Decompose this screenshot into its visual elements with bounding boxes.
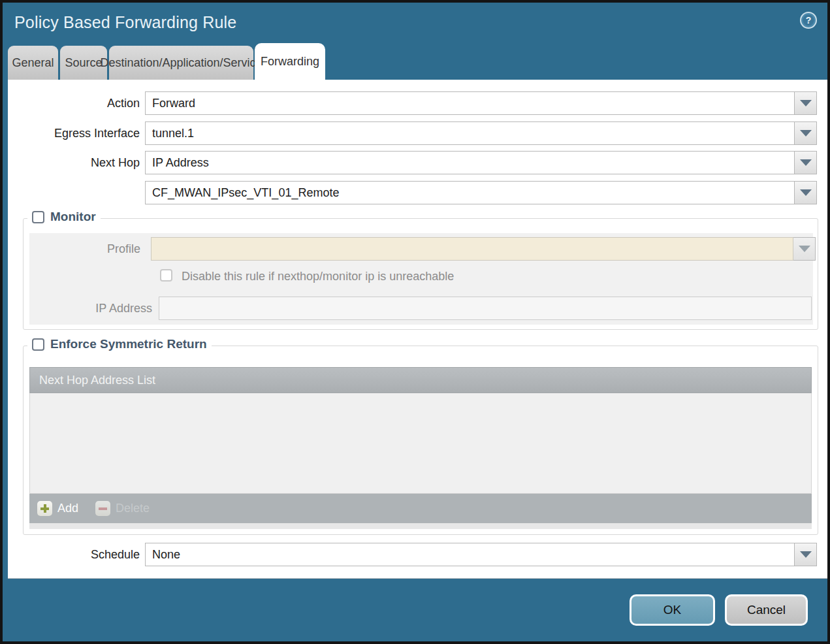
symmetric-return-group: Enforce Symmetric Return Next Hop Addres…: [23, 346, 818, 535]
policy-based-forwarding-dialog: Policy Based Forwarding Rule ? General S…: [0, 0, 830, 644]
next-hop-address-input[interactable]: [145, 181, 795, 204]
grid-body[interactable]: [29, 393, 812, 494]
chevron-down-icon: [799, 246, 810, 252]
chevron-down-icon: [800, 130, 812, 137]
monitor-ip-address-input: [159, 297, 812, 320]
egress-interface-input[interactable]: [145, 121, 795, 145]
chevron-down-icon: [800, 100, 812, 106]
monitor-checkbox[interactable]: [32, 211, 44, 223]
profile-dropdown-trigger: [793, 237, 816, 261]
symmetric-return-checkbox[interactable]: [32, 338, 44, 351]
ok-button[interactable]: OK: [630, 594, 715, 626]
delete-button: Delete: [95, 501, 150, 516]
egress-interface-dropdown-trigger[interactable]: [795, 121, 817, 145]
profile-input: [151, 237, 793, 261]
action-label: Action: [12, 91, 140, 115]
dialog-title: Policy Based Forwarding Rule: [14, 13, 236, 32]
next-hop-label: Next Hop: [12, 151, 140, 174]
egress-interface-label: Egress Interface: [12, 121, 140, 145]
add-button[interactable]: Add: [37, 501, 78, 516]
monitor-legend-label: Monitor: [50, 210, 96, 224]
egress-interface-combo: [145, 121, 817, 145]
grid-toolbar: Add Delete: [29, 494, 812, 523]
grid-footer-strip: [29, 523, 812, 529]
next-hop-address-combo: [145, 181, 817, 204]
profile-label: Profile: [29, 237, 140, 261]
action-input[interactable]: [145, 91, 795, 115]
help-icon[interactable]: ?: [799, 11, 818, 29]
action-dropdown-trigger[interactable]: [795, 91, 817, 115]
svg-text:?: ?: [806, 15, 812, 25]
grid-column-header[interactable]: Next Hop Address List: [29, 367, 812, 393]
tab-strip: General Source Destination/Application/S…: [8, 46, 325, 80]
tab-forwarding[interactable]: Forwarding: [255, 44, 325, 80]
disable-rule-label: Disable this rule if nexthop/monitor ip …: [182, 270, 454, 283]
forwarding-tab-panel: Action Egress Interface Next Hop: [8, 80, 827, 579]
monitor-legend: Monitor: [27, 210, 101, 224]
action-combo: [145, 91, 817, 115]
next-hop-address-dropdown-trigger[interactable]: [795, 181, 817, 204]
schedule-label: Schedule: [12, 543, 140, 566]
monitor-group: Monitor Profile Disable this rule if nex…: [23, 218, 818, 330]
dialog-footer: OK Cancel: [3, 579, 827, 641]
next-hop-dropdown-trigger[interactable]: [795, 151, 817, 174]
monitor-ip-address-label: IP Address: [41, 297, 152, 320]
dialog-titlebar: Policy Based Forwarding Rule ?: [3, 3, 827, 43]
schedule-combo: [145, 543, 817, 566]
plus-icon: [37, 501, 52, 516]
next-hop-input[interactable]: [145, 151, 795, 174]
schedule-dropdown-trigger[interactable]: [795, 543, 817, 566]
tab-general[interactable]: General: [8, 46, 58, 80]
symmetric-return-legend-label: Enforce Symmetric Return: [50, 337, 207, 351]
cancel-button[interactable]: Cancel: [725, 594, 808, 626]
monitor-panel: Profile Disable this rule if nexthop/mon…: [29, 233, 813, 325]
schedule-input[interactable]: [145, 543, 795, 566]
chevron-down-icon: [800, 189, 812, 196]
minus-icon: [95, 501, 110, 516]
chevron-down-icon: [800, 551, 812, 558]
next-hop-address-grid: Next Hop Address List Add Delete: [29, 367, 812, 529]
symmetric-return-legend: Enforce Symmetric Return: [27, 337, 212, 351]
disable-rule-checkbox: [160, 269, 172, 282]
next-hop-combo: [145, 151, 817, 174]
tab-destination-application-service[interactable]: Destination/Application/Service: [109, 46, 253, 80]
chevron-down-icon: [800, 159, 812, 166]
